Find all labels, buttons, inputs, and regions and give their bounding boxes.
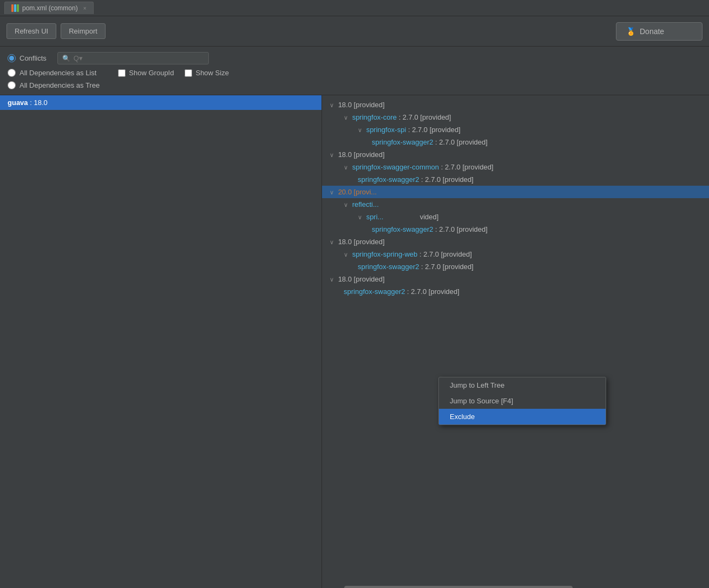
horizontal-scrollbar[interactable] (322, 586, 709, 588)
all-deps-tree-radio[interactable] (8, 81, 16, 89)
table-row[interactable]: ∨ springfox-spi : 2.7.0 [provided] (322, 123, 709, 136)
table-row[interactable]: ∨ 18.0 [provided] (322, 148, 709, 161)
chevron-icon: ∨ (330, 152, 334, 159)
table-row[interactable]: ∨ 18.0 [provided] (322, 99, 709, 111)
dep-link: springfox-swagger2 (372, 138, 433, 146)
search-icon: 🔍 (62, 55, 70, 62)
chevron-icon: ∨ (330, 239, 334, 246)
dep-version: : 18.0 (30, 99, 48, 107)
chevron-icon: ∨ (330, 189, 334, 196)
reimport-button[interactable]: Reimport (61, 23, 106, 39)
table-row[interactable]: springfox-swagger2 : 2.7.0 [provided] (322, 223, 709, 236)
table-row[interactable]: ∨ springfox-spring-web : 2.7.0 [provided… (322, 248, 709, 260)
dep-link: reflecti... (352, 200, 379, 208)
version-text: : 2.7.0 [provided] (421, 263, 474, 271)
dep-name: guava (8, 99, 28, 107)
version-text: : 2.7.0 [provided] (399, 113, 451, 121)
chevron-icon: ∨ (358, 214, 362, 221)
chevron-icon: ∨ (358, 127, 362, 134)
dep-link: springfox-swagger2 (372, 225, 433, 233)
version-text: : 2.7.0 [provided] (407, 288, 459, 296)
version-text: vided] (420, 213, 439, 221)
dep-link: spri... (366, 213, 384, 221)
table-row[interactable]: ∨ 20.0 [provi... (322, 186, 709, 198)
chevron-icon: ∨ (344, 114, 348, 121)
all-deps-list-radio[interactable] (8, 69, 16, 77)
exclude-label: Exclude (450, 413, 475, 421)
context-menu-item-jump-left[interactable]: Jump to Left Tree (439, 377, 606, 393)
context-menu: Jump to Left Tree Jump to Source [F4] Ex… (438, 377, 606, 425)
table-row[interactable]: springfox-swagger2 : 2.7.0 [provided] (322, 136, 709, 148)
chevron-icon: ∨ (330, 276, 334, 283)
version-text: 18.0 [provided] (338, 101, 385, 109)
all-deps-list-radio-label[interactable]: All Dependencies as List (8, 69, 96, 77)
table-row[interactable]: springfox-swagger2 : 2.7.0 [provided] (322, 285, 709, 298)
version-text: 18.0 [provided] (338, 151, 385, 159)
version-text: 18.0 [provided] (338, 275, 385, 283)
show-size-text: Show Size (195, 69, 228, 77)
conflicts-radio-label[interactable]: Conflicts (8, 54, 47, 62)
list-item[interactable]: guava : 18.0 (0, 95, 321, 110)
checkbox-row: Show GroupId Show Size (118, 69, 229, 77)
filter-area: Conflicts 🔍 All Dependencies as List Sho… (0, 47, 709, 95)
all-deps-tree-label: All Dependencies as Tree (19, 81, 100, 89)
dep-link: springfox-swagger2 (358, 175, 419, 184)
donate-icon: 🏅 (626, 27, 635, 36)
version-text: : 2.7.0 [provided] (441, 163, 494, 171)
table-row[interactable]: ∨ reflecti... (322, 198, 709, 211)
jump-source-label: Jump to Source [F4] (450, 397, 513, 405)
dep-link: springfox-core (352, 113, 397, 121)
scrollbar-thumb[interactable] (344, 586, 573, 588)
table-row[interactable]: ∨ springfox-swagger-common : 2.7.0 [prov… (322, 161, 709, 173)
all-deps-list-label: All Dependencies as List (19, 69, 96, 77)
toolbar: Refresh UI Reimport 🏅 Donate (0, 16, 709, 47)
tab-label: pom.xml (common) (22, 4, 78, 12)
jump-left-label: Jump to Left Tree (450, 381, 504, 389)
chevron-icon: ∨ (330, 102, 334, 109)
search-input[interactable] (74, 54, 204, 62)
main-content: guava : 18.0 ∨ 18.0 [provided] ∨ springf… (0, 95, 709, 588)
context-menu-item-exclude[interactable]: Exclude (439, 409, 606, 424)
version-text: : 2.7.0 [provided] (435, 225, 488, 233)
tab-icon (11, 4, 19, 12)
dep-link: springfox-swagger2 (358, 263, 419, 271)
dep-link: springfox-swagger-common (352, 163, 439, 171)
version-text: : 2.7.0 [provided] (408, 126, 461, 134)
left-panel: guava : 18.0 (0, 95, 322, 588)
dep-link: springfox-spi (366, 126, 406, 134)
search-box: 🔍 (57, 52, 209, 64)
chevron-icon: ∨ (344, 201, 348, 208)
show-groupid-checkbox[interactable] (118, 69, 126, 77)
version-text: : 2.7.0 [provided] (421, 175, 474, 184)
show-size-label[interactable]: Show Size (185, 69, 228, 77)
context-menu-item-jump-source[interactable]: Jump to Source [F4] (439, 393, 606, 409)
show-groupid-label[interactable]: Show GroupId (118, 69, 174, 77)
dep-link: springfox-spring-web (352, 250, 418, 258)
title-bar: pom.xml (common) × (0, 0, 709, 16)
table-row[interactable]: ∨ 18.0 [provided] (322, 236, 709, 248)
chevron-icon: ∨ (344, 164, 348, 171)
table-row[interactable]: springfox-swagger2 : 2.7.0 [provided] (322, 260, 709, 273)
donate-label: Donate (640, 27, 664, 36)
donate-button[interactable]: 🏅 Donate (616, 22, 703, 41)
pom-tab[interactable]: pom.xml (common) × (4, 2, 94, 14)
table-row[interactable]: ∨ 18.0 [provided] (322, 273, 709, 285)
version-text: : 2.7.0 [provided] (435, 138, 488, 146)
version-text: : 2.7.0 [provided] (419, 250, 472, 258)
version-text: 18.0 [provided] (338, 238, 385, 246)
tree-container: ∨ 18.0 [provided] ∨ springfox-core : 2.7… (322, 95, 709, 301)
all-deps-tree-radio-label[interactable]: All Dependencies as Tree (8, 81, 100, 89)
refresh-ui-button[interactable]: Refresh UI (6, 23, 56, 39)
tab-close-button[interactable]: × (83, 5, 87, 11)
dep-link: springfox-swagger2 (344, 288, 405, 296)
conflicts-radio[interactable] (8, 54, 16, 62)
right-panel: ∨ 18.0 [provided] ∨ springfox-core : 2.7… (322, 95, 709, 588)
show-size-checkbox[interactable] (185, 69, 192, 77)
table-row[interactable]: ∨ springfox-core : 2.7.0 [provided] (322, 111, 709, 123)
chevron-icon: ∨ (344, 251, 348, 258)
conflict-text: 20.0 [provi (338, 188, 371, 196)
table-row[interactable]: ∨ spri... vided] (322, 211, 709, 223)
show-groupid-text: Show GroupId (129, 69, 174, 77)
conflicts-label: Conflicts (19, 54, 47, 62)
table-row[interactable]: springfox-swagger2 : 2.7.0 [provided] (322, 173, 709, 186)
